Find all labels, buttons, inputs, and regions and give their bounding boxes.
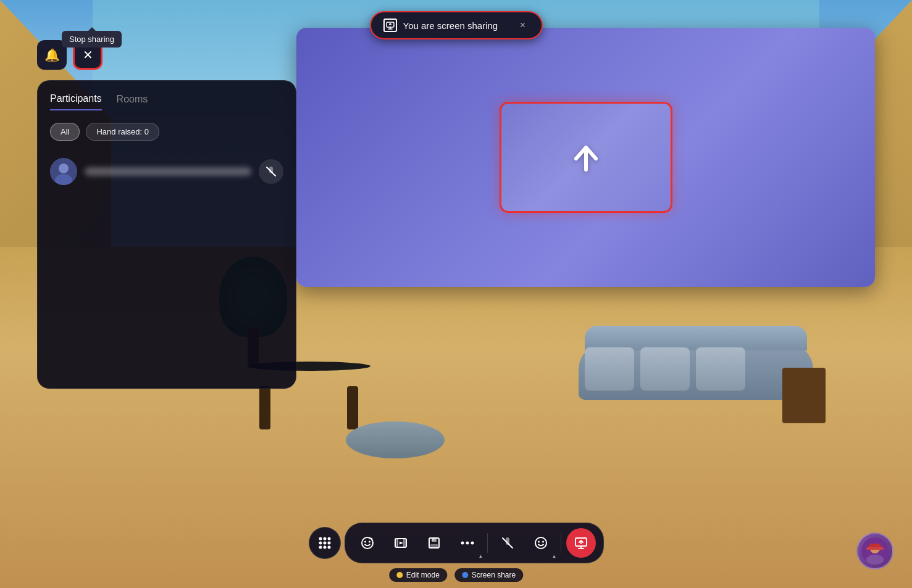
table-leg-right xyxy=(347,386,358,429)
screen-share-label: Screen share xyxy=(472,571,516,579)
edit-mode-label: Edit mode xyxy=(406,571,440,579)
tab-participants[interactable]: Participants xyxy=(50,93,102,110)
screen-share-upload-area xyxy=(500,102,672,213)
toolbar-divider-2 xyxy=(561,533,561,553)
emoji-react-container: ▲ xyxy=(526,528,556,558)
screen-share-icon xyxy=(383,19,397,32)
virtual-wall-screen xyxy=(296,28,875,287)
svg-rect-37 xyxy=(866,547,884,550)
screen-share-status: Screen share xyxy=(454,568,523,582)
svg-point-31 xyxy=(538,541,540,543)
toolbar-divider-1 xyxy=(487,533,488,553)
svg-point-27 xyxy=(466,542,469,545)
filmstrip-button[interactable] xyxy=(386,528,416,558)
user-avatar-button[interactable] xyxy=(856,532,893,569)
svg-rect-25 xyxy=(432,539,433,541)
mute-button[interactable] xyxy=(493,528,522,558)
svg-point-14 xyxy=(362,537,373,549)
filter-row: All Hand raised: 0 xyxy=(50,123,283,141)
svg-point-8 xyxy=(319,542,322,545)
bottom-toolbar: ▲ ▲ xyxy=(309,523,604,563)
svg-point-7 xyxy=(327,537,330,540)
svg-point-38 xyxy=(866,555,884,565)
sofa-cushion-1 xyxy=(585,347,634,391)
svg-point-6 xyxy=(323,537,326,540)
screen-share-dot xyxy=(462,572,468,578)
close-icon: ✕ xyxy=(83,48,93,62)
banner-text: You are screen sharing xyxy=(403,20,511,31)
stop-sharing-tooltip: Stop sharing xyxy=(62,31,122,48)
svg-point-15 xyxy=(364,541,366,543)
svg-rect-24 xyxy=(430,544,438,548)
side-table xyxy=(782,368,826,423)
sofa-back xyxy=(585,326,807,350)
svg-point-9 xyxy=(323,542,326,545)
sofa-cushion-3 xyxy=(696,347,745,391)
table-row xyxy=(50,153,283,190)
svg-point-2 xyxy=(59,164,69,173)
svg-rect-19 xyxy=(404,539,406,547)
emoji-chevron-icon: ▲ xyxy=(552,553,557,559)
sofa xyxy=(579,344,813,400)
more-options-button[interactable] xyxy=(453,528,482,558)
svg-point-28 xyxy=(471,542,474,545)
bottom-status-bar: Edit mode Screen share xyxy=(389,568,523,582)
svg-point-10 xyxy=(327,542,330,545)
avatar xyxy=(50,158,77,185)
screen-sharing-banner: You are screen sharing × xyxy=(370,11,543,39)
participant-name xyxy=(85,167,251,176)
screen-share-button[interactable] xyxy=(566,528,596,558)
chevron-up-icon: ▲ xyxy=(479,553,483,559)
edit-mode-status: Edit mode xyxy=(389,568,447,582)
filter-all-button[interactable]: All xyxy=(50,123,80,141)
ottoman xyxy=(346,421,445,458)
svg-point-5 xyxy=(319,537,322,540)
svg-point-13 xyxy=(327,546,330,549)
save-button[interactable] xyxy=(419,528,449,558)
svg-rect-23 xyxy=(432,538,437,542)
main-toolbar-group: ▲ ▲ xyxy=(345,523,604,563)
svg-point-11 xyxy=(319,546,322,549)
emoji-react-button[interactable] xyxy=(526,528,556,558)
filter-hand-raised-button[interactable]: Hand raised: 0 xyxy=(86,123,159,141)
more-options-container: ▲ xyxy=(453,528,482,558)
stop-sharing-text: Stop sharing xyxy=(69,35,114,44)
bell-icon: 🔔 xyxy=(44,48,60,62)
upload-arrow-icon xyxy=(564,135,608,180)
svg-point-30 xyxy=(535,537,546,549)
svg-point-26 xyxy=(461,542,464,545)
apps-button[interactable] xyxy=(309,527,341,559)
svg-rect-18 xyxy=(395,539,398,547)
participants-panel: Participants Rooms All Hand raised: 0 xyxy=(37,80,296,389)
svg-point-12 xyxy=(323,546,326,549)
table-leg-left xyxy=(259,386,270,429)
emoji-button[interactable] xyxy=(353,528,382,558)
svg-point-16 xyxy=(369,541,370,543)
banner-close-button[interactable]: × xyxy=(517,19,529,31)
panel-tabs: Participants Rooms xyxy=(50,93,283,110)
sofa-cushion-2 xyxy=(640,347,690,391)
tab-rooms[interactable]: Rooms xyxy=(117,93,148,110)
svg-point-32 xyxy=(542,541,544,543)
edit-mode-dot xyxy=(396,572,403,578)
mute-participant-button[interactable] xyxy=(259,159,283,184)
